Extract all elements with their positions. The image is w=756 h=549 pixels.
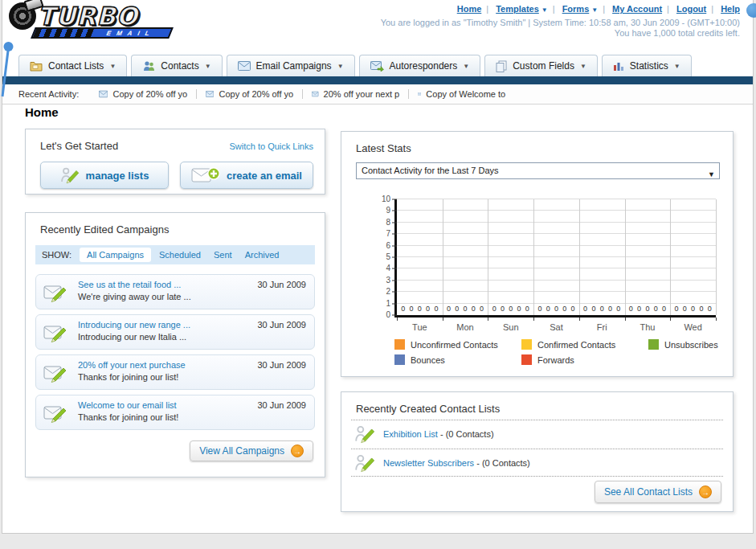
chart-value: 0 <box>591 305 595 313</box>
recent-activity-item[interactable]: Copy of Welcome to <box>408 89 514 99</box>
link-separator: | <box>667 4 669 14</box>
chart-value: 0 <box>675 305 679 313</box>
contact-list-link[interactable]: Exhibition List <box>383 429 438 439</box>
chevron-down-icon: ▼ <box>591 6 598 14</box>
chart-value: 0 <box>583 305 587 313</box>
chart-y-tick <box>392 234 397 235</box>
link-my-account[interactable]: My Account <box>612 4 662 14</box>
latest-stats-title: Latest Stats <box>356 142 411 154</box>
chevron-down-icon: ▼ <box>580 63 586 70</box>
chart-gridline-h <box>397 280 716 281</box>
recent-contact-lists-panel: Recently Created Contact Lists Exhibitio… <box>341 391 734 512</box>
envelope-pencil-icon <box>43 282 67 303</box>
chevron-down-icon: ▼ <box>337 63 344 70</box>
filter-sent[interactable]: Sent <box>214 250 232 260</box>
contact-lists-title: Recently Created Contact Lists <box>356 403 500 415</box>
chart-gridline-h <box>397 210 716 211</box>
chart-y-tick-label: 0 <box>376 311 390 319</box>
view-all-campaigns-button[interactable]: View All Campaigns → <box>190 440 313 461</box>
chevron-down-icon: ▼ <box>708 167 715 182</box>
chart-value: 0 <box>537 305 541 313</box>
recent-activity-bar: Recent Activity: Copy of 20% off yo Copy… <box>2 84 753 104</box>
tab-email-campaigns[interactable]: Email Campaigns▼ <box>227 55 355 76</box>
pin-annotation <box>0 40 18 104</box>
logo-subtitle: EMAIL <box>91 30 171 37</box>
see-all-contact-lists-button[interactable]: See All Contact Lists → <box>595 481 721 503</box>
main-window: TURBO EMAIL Home| Templates▼| Forms▼| My… <box>2 0 754 534</box>
chart-y-tick <box>392 268 397 269</box>
chart-value: 0 <box>571 305 575 313</box>
create-email-button[interactable]: create an email <box>180 162 313 189</box>
logo-stripes <box>33 29 94 37</box>
link-help[interactable]: Help <box>721 4 740 14</box>
chart-y-tick-label: 9 <box>376 207 390 215</box>
campaign-subject: Introducing our new Italia ... <box>78 332 186 342</box>
campaign-link[interactable]: Introducing our new range ... <box>78 320 190 330</box>
filter-scheduled[interactable]: Scheduled <box>159 250 201 260</box>
turbo-logo-icon <box>9 2 36 30</box>
turbo-email-logo[interactable]: TURBO EMAIL <box>9 2 194 39</box>
switch-quick-links[interactable]: Switch to Quick Links <box>229 141 313 151</box>
campaign-link[interactable]: Welcome to our email list <box>78 400 177 410</box>
chart-value: 0 <box>629 305 633 313</box>
chart-value-labels: 00000 <box>625 305 671 313</box>
contact-list-row: Newsletter Subscribers - (0 Contacts) <box>354 452 530 474</box>
contact-activity-chart: 01234567891000000Tue00000Mon00000Sun0000… <box>374 196 721 334</box>
tab-custom-fields[interactable]: Custom Fields▼ <box>484 55 598 76</box>
person-pencil-icon <box>354 424 375 445</box>
chart-x-tick-label: Wed <box>670 322 716 332</box>
campaign-date: 30 Jun 2009 <box>257 280 306 289</box>
legend-label: Unconfirmed Contacts <box>411 340 498 350</box>
campaign-link[interactable]: 20% off your next purchase <box>78 360 186 370</box>
chart-gridline-v <box>533 199 534 315</box>
chart-value-labels: 00000 <box>397 305 443 313</box>
tab-contact-lists[interactable]: Contact Lists▼ <box>18 55 127 76</box>
tab-statistics[interactable]: Statistics▼ <box>602 55 692 76</box>
recent-activity-text: 20% off your next p <box>324 89 400 99</box>
credits-status: You have 1,000 total credits left. <box>615 28 740 38</box>
chart-value: 0 <box>418 305 422 313</box>
chart-x-tick <box>488 318 488 321</box>
chart-value: 0 <box>434 305 438 313</box>
bar-chart-icon <box>613 61 624 72</box>
get-started-panel: Let's Get Started Switch to Quick Links … <box>25 129 325 195</box>
recent-activity-item[interactable]: 20% off your next p <box>302 89 408 99</box>
chart-y-tick-label: 10 <box>376 195 390 203</box>
chat-bubble-icon[interactable] <box>746 3 756 18</box>
chart-gridline-h <box>397 245 716 246</box>
campaign-link[interactable]: See us at the retail food ... <box>78 280 181 289</box>
link-templates[interactable]: Templates <box>496 4 539 14</box>
tab-autoresponders[interactable]: Autoresponders▼ <box>359 55 481 76</box>
chart-y-tick <box>392 303 397 304</box>
recent-activity-item[interactable]: Copy of 20% off yo <box>196 89 302 99</box>
legend-item: Unsubscribes <box>648 339 756 350</box>
chart-gridline-v <box>716 199 717 315</box>
chart-value: 0 <box>708 305 712 313</box>
link-home[interactable]: Home <box>457 4 482 14</box>
link-logout[interactable]: Logout <box>676 4 706 14</box>
manage-lists-button[interactable]: manage lists <box>40 162 169 189</box>
filter-archived[interactable]: Archived <box>245 250 280 260</box>
chart-value: 0 <box>525 305 529 313</box>
people-icon <box>142 60 155 72</box>
stats-period-select[interactable]: Contact Activity for the Last 7 Days ▼ <box>356 162 720 179</box>
chart-value: 0 <box>517 305 521 313</box>
legend-swatch <box>394 354 405 365</box>
arrow-right-icon: → <box>291 445 304 457</box>
chart-gridline-v <box>579 199 580 315</box>
tab-contacts[interactable]: Contacts▼ <box>131 55 222 76</box>
tab-label: Contacts <box>161 60 198 72</box>
chart-x-tick <box>397 318 398 321</box>
campaign-row: Welcome to our email list Thanks for joi… <box>35 395 315 430</box>
chart-value: 0 <box>501 305 505 313</box>
chart-y-tick-label: 6 <box>376 242 390 250</box>
filter-all-campaigns[interactable]: All Campaigns <box>80 248 151 262</box>
legend-label: Forwards <box>537 355 574 365</box>
link-forms[interactable]: Forms <box>562 4 590 14</box>
recent-activity-text: Copy of 20% off yo <box>219 89 293 99</box>
campaign-subject: Thanks for joining our list! <box>78 412 178 422</box>
contact-list-link[interactable]: Newsletter Subscribers <box>383 458 474 468</box>
chevron-down-icon: ▼ <box>674 63 680 70</box>
campaign-row: See us at the retail food ... We're givi… <box>35 274 315 309</box>
recent-activity-item[interactable]: Copy of 20% off yo <box>90 89 196 99</box>
